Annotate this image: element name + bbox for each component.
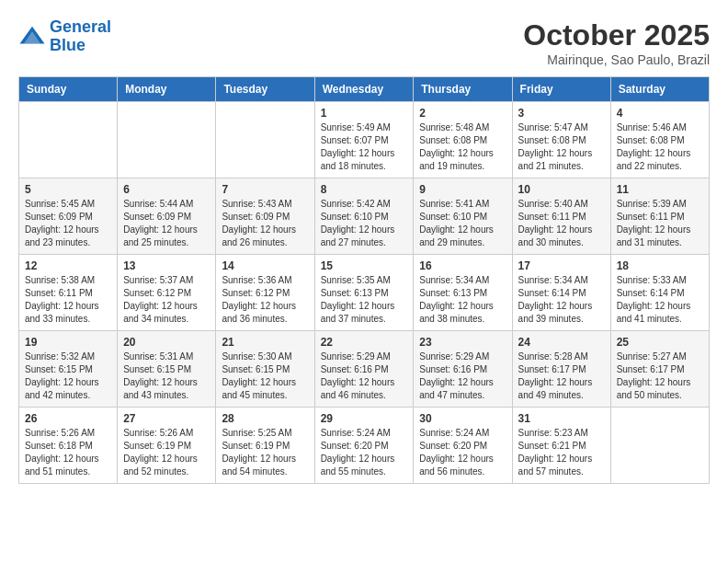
day-number: 27 — [123, 412, 210, 425]
calendar-cell: 15Sunrise: 5:35 AM Sunset: 6:13 PM Dayli… — [314, 255, 414, 331]
calendar-cell: 22Sunrise: 5:29 AM Sunset: 6:16 PM Dayli… — [314, 331, 414, 408]
page-header: General Blue October 2025 Mairinque, Sao… — [18, 18, 710, 67]
col-saturday: Saturday — [610, 77, 709, 102]
day-number: 17 — [518, 259, 605, 272]
calendar-cell: 2Sunrise: 5:48 AM Sunset: 6:08 PM Daylig… — [414, 102, 512, 178]
day-info: Sunrise: 5:47 AM Sunset: 6:08 PM Dayligh… — [518, 121, 605, 173]
day-info: Sunrise: 5:34 AM Sunset: 6:13 PM Dayligh… — [419, 274, 506, 326]
day-info: Sunrise: 5:24 AM Sunset: 6:20 PM Dayligh… — [419, 427, 506, 478]
calendar-cell: 25Sunrise: 5:27 AM Sunset: 6:17 PM Dayli… — [610, 331, 709, 408]
day-info: Sunrise: 5:37 AM Sunset: 6:12 PM Dayligh… — [123, 274, 210, 326]
day-info: Sunrise: 5:40 AM Sunset: 6:11 PM Dayligh… — [518, 198, 605, 249]
day-info: Sunrise: 5:38 AM Sunset: 6:11 PM Dayligh… — [25, 274, 111, 326]
calendar-cell: 13Sunrise: 5:37 AM Sunset: 6:12 PM Dayli… — [118, 255, 216, 331]
day-info: Sunrise: 5:23 AM Sunset: 6:21 PM Dayligh… — [518, 427, 605, 478]
logo-line1: General — [50, 17, 111, 36]
day-number: 22 — [321, 336, 408, 349]
calendar-cell: 4Sunrise: 5:46 AM Sunset: 6:08 PM Daylig… — [610, 102, 709, 178]
day-number: 30 — [419, 412, 506, 425]
calendar-cell: 9Sunrise: 5:41 AM Sunset: 6:10 PM Daylig… — [414, 178, 512, 255]
calendar-cell — [216, 102, 314, 178]
col-sunday: Sunday — [19, 77, 118, 102]
day-info: Sunrise: 5:41 AM Sunset: 6:10 PM Dayligh… — [419, 198, 506, 249]
calendar-week-row: 12Sunrise: 5:38 AM Sunset: 6:11 PM Dayli… — [19, 255, 710, 331]
day-number: 4 — [617, 107, 703, 120]
day-info: Sunrise: 5:48 AM Sunset: 6:08 PM Dayligh… — [419, 121, 506, 173]
calendar-cell: 31Sunrise: 5:23 AM Sunset: 6:21 PM Dayli… — [512, 408, 610, 484]
day-info: Sunrise: 5:27 AM Sunset: 6:17 PM Dayligh… — [617, 350, 703, 402]
day-number: 9 — [419, 183, 506, 196]
calendar-cell: 28Sunrise: 5:25 AM Sunset: 6:19 PM Dayli… — [216, 408, 314, 484]
calendar-cell: 20Sunrise: 5:31 AM Sunset: 6:15 PM Dayli… — [118, 331, 216, 408]
day-number: 6 — [123, 183, 210, 196]
calendar-table: Sunday Monday Tuesday Wednesday Thursday… — [18, 76, 710, 484]
day-number: 28 — [222, 412, 308, 425]
day-info: Sunrise: 5:29 AM Sunset: 6:16 PM Dayligh… — [419, 350, 506, 402]
col-tuesday: Tuesday — [216, 77, 314, 102]
logo-text: General Blue — [50, 18, 111, 55]
day-number: 31 — [518, 412, 605, 425]
day-number: 1 — [321, 107, 408, 120]
day-info: Sunrise: 5:26 AM Sunset: 6:19 PM Dayligh… — [123, 427, 210, 478]
day-number: 21 — [222, 336, 308, 349]
day-number: 24 — [518, 336, 605, 349]
day-info: Sunrise: 5:36 AM Sunset: 6:12 PM Dayligh… — [222, 274, 308, 326]
day-info: Sunrise: 5:39 AM Sunset: 6:11 PM Dayligh… — [617, 198, 703, 249]
calendar-cell — [118, 102, 216, 178]
calendar-cell: 12Sunrise: 5:38 AM Sunset: 6:11 PM Dayli… — [19, 255, 118, 331]
calendar-cell: 7Sunrise: 5:43 AM Sunset: 6:09 PM Daylig… — [216, 178, 314, 255]
calendar-cell: 6Sunrise: 5:44 AM Sunset: 6:09 PM Daylig… — [118, 178, 216, 255]
location: Mairinque, Sao Paulo, Brazil — [523, 52, 710, 67]
day-number: 13 — [123, 259, 210, 272]
logo: General Blue — [18, 18, 111, 55]
calendar-cell — [19, 102, 118, 178]
day-number: 2 — [419, 107, 506, 120]
day-info: Sunrise: 5:49 AM Sunset: 6:07 PM Dayligh… — [321, 121, 408, 173]
col-friday: Friday — [512, 77, 610, 102]
calendar-cell: 17Sunrise: 5:34 AM Sunset: 6:14 PM Dayli… — [512, 255, 610, 331]
day-number: 29 — [321, 412, 408, 425]
calendar-header-row: Sunday Monday Tuesday Wednesday Thursday… — [19, 77, 710, 102]
day-info: Sunrise: 5:28 AM Sunset: 6:17 PM Dayligh… — [518, 350, 605, 402]
day-number: 16 — [419, 259, 506, 272]
day-number: 18 — [617, 259, 703, 272]
col-wednesday: Wednesday — [314, 77, 414, 102]
day-info: Sunrise: 5:42 AM Sunset: 6:10 PM Dayligh… — [321, 198, 408, 249]
day-info: Sunrise: 5:33 AM Sunset: 6:14 PM Dayligh… — [617, 274, 703, 326]
calendar-cell: 5Sunrise: 5:45 AM Sunset: 6:09 PM Daylig… — [19, 178, 118, 255]
logo-icon — [18, 23, 46, 51]
day-number: 11 — [617, 183, 703, 196]
day-info: Sunrise: 5:24 AM Sunset: 6:20 PM Dayligh… — [321, 427, 408, 478]
calendar-cell: 19Sunrise: 5:32 AM Sunset: 6:15 PM Dayli… — [19, 331, 118, 408]
day-info: Sunrise: 5:30 AM Sunset: 6:15 PM Dayligh… — [222, 350, 308, 402]
calendar-cell — [610, 408, 709, 484]
day-number: 3 — [518, 107, 605, 120]
calendar-week-row: 26Sunrise: 5:26 AM Sunset: 6:18 PM Dayli… — [19, 408, 710, 484]
calendar-cell: 1Sunrise: 5:49 AM Sunset: 6:07 PM Daylig… — [314, 102, 414, 178]
day-number: 14 — [222, 259, 308, 272]
calendar-cell: 8Sunrise: 5:42 AM Sunset: 6:10 PM Daylig… — [314, 178, 414, 255]
calendar-cell: 27Sunrise: 5:26 AM Sunset: 6:19 PM Dayli… — [118, 408, 216, 484]
day-number: 23 — [419, 336, 506, 349]
calendar-cell: 10Sunrise: 5:40 AM Sunset: 6:11 PM Dayli… — [512, 178, 610, 255]
col-thursday: Thursday — [414, 77, 512, 102]
calendar-cell: 26Sunrise: 5:26 AM Sunset: 6:18 PM Dayli… — [19, 408, 118, 484]
calendar-cell: 11Sunrise: 5:39 AM Sunset: 6:11 PM Dayli… — [610, 178, 709, 255]
day-number: 7 — [222, 183, 308, 196]
calendar-cell: 21Sunrise: 5:30 AM Sunset: 6:15 PM Dayli… — [216, 331, 314, 408]
day-info: Sunrise: 5:31 AM Sunset: 6:15 PM Dayligh… — [123, 350, 210, 402]
day-info: Sunrise: 5:45 AM Sunset: 6:09 PM Dayligh… — [25, 198, 111, 249]
day-info: Sunrise: 5:34 AM Sunset: 6:14 PM Dayligh… — [518, 274, 605, 326]
day-info: Sunrise: 5:44 AM Sunset: 6:09 PM Dayligh… — [123, 198, 210, 249]
calendar-week-row: 1Sunrise: 5:49 AM Sunset: 6:07 PM Daylig… — [19, 102, 710, 178]
calendar-week-row: 19Sunrise: 5:32 AM Sunset: 6:15 PM Dayli… — [19, 331, 710, 408]
month-title: October 2025 — [523, 18, 710, 52]
logo-line2: Blue — [50, 36, 85, 54]
day-number: 15 — [321, 259, 408, 272]
calendar-week-row: 5Sunrise: 5:45 AM Sunset: 6:09 PM Daylig… — [19, 178, 710, 255]
calendar-cell: 30Sunrise: 5:24 AM Sunset: 6:20 PM Dayli… — [414, 408, 512, 484]
calendar-cell: 23Sunrise: 5:29 AM Sunset: 6:16 PM Dayli… — [414, 331, 512, 408]
day-info: Sunrise: 5:25 AM Sunset: 6:19 PM Dayligh… — [222, 427, 308, 478]
calendar-cell: 3Sunrise: 5:47 AM Sunset: 6:08 PM Daylig… — [512, 102, 610, 178]
day-info: Sunrise: 5:29 AM Sunset: 6:16 PM Dayligh… — [321, 350, 408, 402]
